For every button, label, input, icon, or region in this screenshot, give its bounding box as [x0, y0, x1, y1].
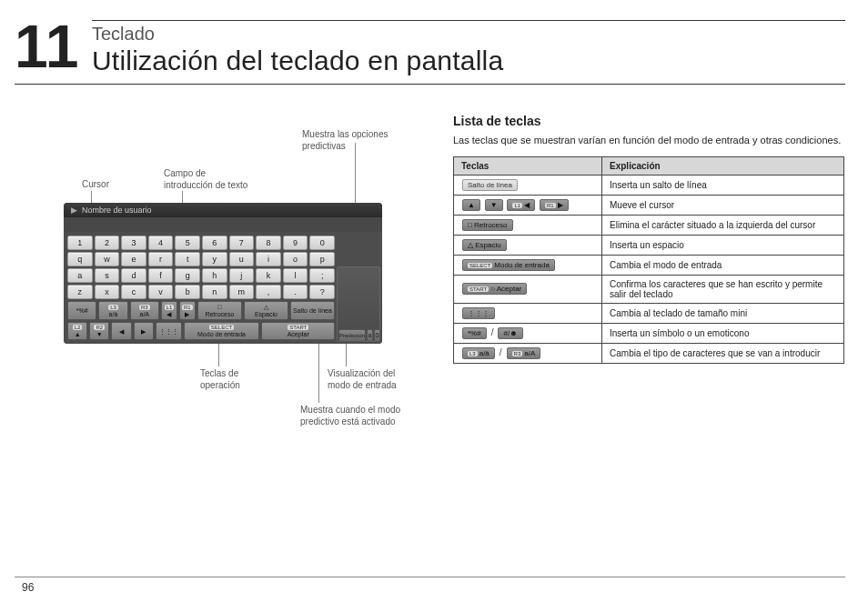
key-b[interactable]: b — [175, 285, 200, 299]
key-t[interactable]: t — [175, 252, 200, 266]
key-1[interactable]: 1 — [67, 236, 93, 250]
key-8[interactable]: 8 — [256, 236, 281, 250]
key-2[interactable]: 2 — [95, 236, 120, 250]
cell-exp: Elimina el carácter situado a la izquier… — [602, 215, 844, 235]
key-g[interactable]: g — [175, 268, 200, 283]
callout-cursor: Cursor — [82, 179, 109, 191]
key-r2-down[interactable]: R2▼ — [89, 322, 109, 340]
key-symbols[interactable]: *%# — [67, 301, 96, 320]
key-d[interactable]: d — [121, 268, 146, 283]
keyboard-black-bar — [64, 217, 382, 232]
callout-text: Cursor — [82, 179, 109, 189]
key-r[interactable]: r — [148, 252, 174, 266]
callout-text-field: Campo de introducción de texto — [164, 168, 247, 191]
key-l2-up[interactable]: L2▲ — [67, 322, 87, 340]
key-p[interactable]: p — [309, 252, 335, 266]
key-w[interactable]: w — [95, 252, 120, 266]
leader-line — [346, 341, 347, 366]
page-number: 96 — [22, 581, 34, 594]
key-m[interactable]: m — [229, 285, 255, 299]
leader-line — [318, 341, 319, 403]
chapter-number: 11 — [15, 20, 76, 74]
key-r1[interactable]: R1▶ — [179, 301, 196, 320]
cell-exp: Mueve el cursor — [602, 195, 844, 215]
cell-exp: Inserta un salto de línea — [602, 175, 844, 195]
key-3[interactable]: 3 — [121, 236, 146, 250]
key-left[interactable]: ◀ — [111, 322, 131, 340]
callout-text: Teclas de — [200, 368, 238, 378]
key-v[interactable]: v — [148, 285, 174, 299]
table-row: START○ Aceptar Confirma los caracteres q… — [454, 275, 844, 303]
key-backspace[interactable]: □Retroceso — [197, 301, 242, 320]
key-u[interactable]: u — [229, 252, 255, 266]
key-q[interactable]: q — [67, 252, 93, 266]
key-7[interactable]: 7 — [229, 236, 255, 250]
key-mode[interactable]: SELECTModo de entrada — [184, 322, 260, 340]
keyboard-op-row-2: L2▲ R2▼ ◀ ▶ ⋮⋮⋮ SELECTModo de entrada ST… — [67, 322, 335, 340]
callout-predictive-options: Muestra las opciones predictivas — [302, 129, 428, 152]
key-9[interactable]: 9 — [283, 236, 308, 250]
key-h[interactable]: h — [202, 268, 227, 283]
pred-toggle[interactable]: Predicción — [338, 329, 366, 342]
keyboard-title: Nombre de usuario — [82, 206, 152, 215]
key-s[interactable]: s — [95, 268, 120, 283]
side-a[interactable]: a — [367, 329, 373, 342]
list-heading: Lista de teclas — [453, 114, 844, 128]
key-accept[interactable]: STARTAceptar — [261, 322, 335, 340]
list-intro: Las teclas que se muestran varían en fun… — [453, 134, 844, 147]
key-c[interactable]: c — [121, 285, 146, 299]
key-,[interactable]: , — [256, 285, 281, 299]
table-row: *%#/#/☻ Inserta un símbolo o un emoticon… — [454, 323, 844, 343]
table-row: Salto de línea Inserta un salto de línea — [454, 175, 844, 195]
key-x[interactable]: x — [95, 285, 120, 299]
callout-text: introducción de texto — [164, 180, 247, 190]
callout-text: predictivo está activado — [300, 416, 396, 426]
key-i[interactable]: i — [256, 252, 281, 266]
cell-key: ▲ ▼ L1◀ R1▶ — [454, 195, 602, 215]
key-k[interactable]: k — [256, 268, 281, 283]
key-y[interactable]: y — [202, 252, 227, 266]
key-l[interactable]: l — [283, 268, 308, 283]
leader-line — [218, 341, 219, 366]
key-case[interactable]: R3a/A — [130, 301, 159, 320]
key-right[interactable]: ▶ — [134, 322, 154, 340]
cell-key: *%#/#/☻ — [454, 323, 602, 343]
key-grid[interactable]: ⋮⋮⋮ — [156, 322, 182, 340]
callout-text: Muestra las opciones predictivas — [302, 129, 389, 151]
key-?[interactable]: ? — [309, 285, 335, 299]
key-o[interactable]: o — [283, 252, 308, 266]
cell-key: △ Espacio — [454, 235, 602, 255]
key-newline[interactable]: Salto de línea — [290, 301, 335, 320]
key-z[interactable]: z — [67, 285, 93, 299]
key-e[interactable]: e — [121, 252, 146, 266]
th-explicacion: Explicación — [602, 156, 844, 175]
side-0[interactable]: 0 — [374, 329, 380, 342]
cell-key: L3a/à/R3a/A — [454, 343, 602, 363]
key-.[interactable]: . — [283, 285, 308, 299]
key-6[interactable]: 6 — [202, 236, 227, 250]
key-5[interactable]: 5 — [175, 236, 200, 250]
cell-key: ⋮⋮⋮ — [454, 303, 602, 323]
keyboard-side-bottom: Predicción a 0 — [338, 329, 380, 342]
cell-exp: Inserta un espacio — [602, 235, 844, 255]
cell-exp: Inserta un símbolo o un emoticono — [602, 323, 844, 343]
key-n[interactable]: n — [202, 285, 227, 299]
keyboard-op-row-1: *%# L3a/à R3a/A L1◀ R1▶ □Retroceso △Espa… — [67, 301, 335, 320]
key-l1[interactable]: L1◀ — [161, 301, 177, 320]
cell-key: SELECTModo de entrada — [454, 255, 602, 275]
key-accent[interactable]: L3a/à — [98, 301, 127, 320]
key-a[interactable]: a — [67, 268, 93, 283]
table-row: L3a/à/R3a/A Cambia el tipo de caracteres… — [454, 343, 844, 363]
key-;[interactable]: ; — [309, 268, 335, 283]
keyboard-row: asdfghjkl; — [67, 268, 335, 283]
key-j[interactable]: j — [229, 268, 255, 283]
key-4[interactable]: 4 — [148, 236, 174, 250]
keyboard-row: 1234567890 — [67, 236, 335, 250]
header-rule-top — [92, 20, 845, 21]
cell-key: Salto de línea — [454, 175, 602, 195]
key-space[interactable]: △Espacio — [244, 301, 288, 320]
cell-exp: Cambia el tipo de caracteres que se van … — [602, 343, 844, 363]
key-0[interactable]: 0 — [309, 236, 335, 250]
footer-rule — [15, 577, 845, 577]
key-f[interactable]: f — [148, 268, 174, 283]
